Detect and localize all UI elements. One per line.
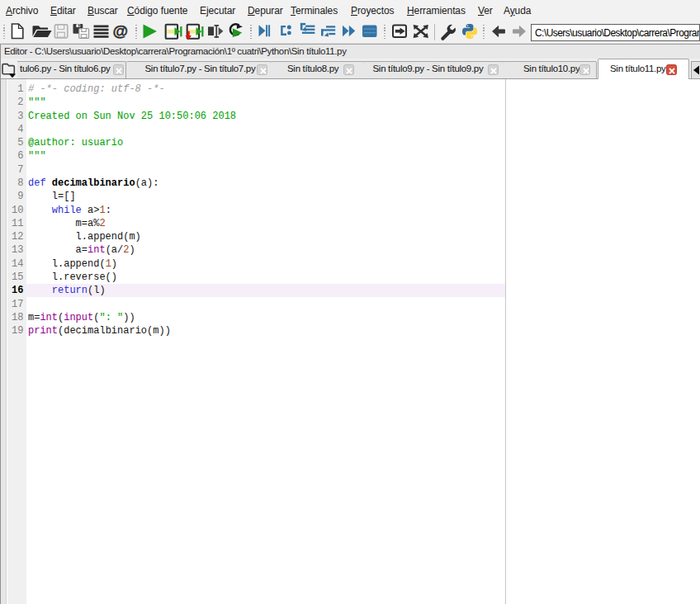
svg-text:@: @ <box>113 22 129 40</box>
